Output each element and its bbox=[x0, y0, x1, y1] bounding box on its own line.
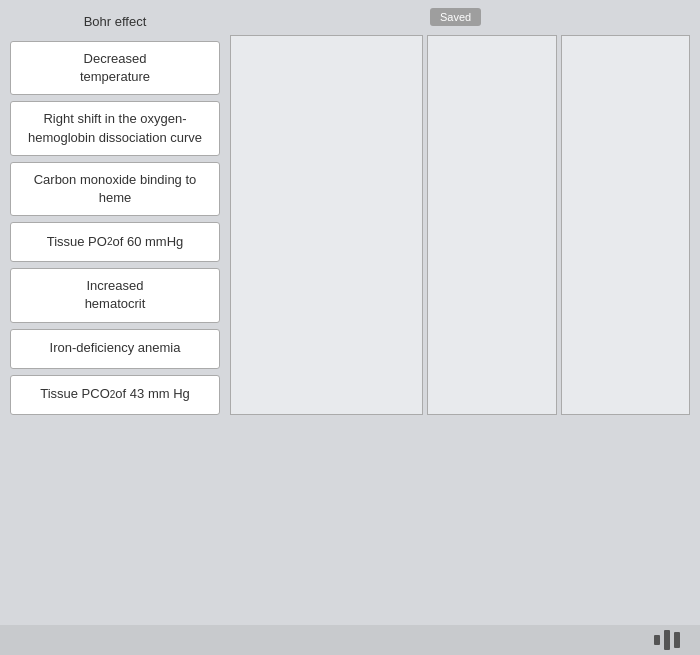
drop-zone-column-1[interactable] bbox=[230, 35, 423, 415]
bar-icon-1 bbox=[654, 635, 660, 645]
bar-icon-3 bbox=[674, 632, 680, 648]
option-card-iron-deficiency[interactable]: Iron-deficiency anemia bbox=[10, 329, 220, 369]
saved-badge: Saved bbox=[430, 8, 481, 26]
bar-icon-2 bbox=[664, 630, 670, 650]
option-card-decreased-temperature[interactable]: Decreasedtemperature bbox=[10, 41, 220, 95]
drop-zone-column-3[interactable] bbox=[561, 35, 690, 415]
option-card-tissue-po2[interactable]: Tissue PO2 of 60 mmHg bbox=[10, 222, 220, 262]
option-card-right-shift[interactable]: Right shift in the oxygen-hemoglobin dis… bbox=[10, 101, 220, 155]
option-card-increased-hematocrit[interactable]: Increasedhematocrit bbox=[10, 268, 220, 322]
option-card-carbon-monoxide[interactable]: Carbon monoxide binding to heme bbox=[10, 162, 220, 216]
main-container: Bohr effect Decreasedtemperature Right s… bbox=[0, 0, 700, 655]
left-panel: Bohr effect Decreasedtemperature Right s… bbox=[10, 10, 220, 645]
right-panel bbox=[220, 10, 690, 645]
bottom-bar bbox=[0, 625, 700, 655]
bohr-effect-header: Bohr effect bbox=[10, 10, 220, 33]
drop-zone-column-2[interactable] bbox=[427, 35, 556, 415]
option-card-tissue-pco2[interactable]: Tissue PCO2 of 43 mm Hg bbox=[10, 375, 220, 415]
